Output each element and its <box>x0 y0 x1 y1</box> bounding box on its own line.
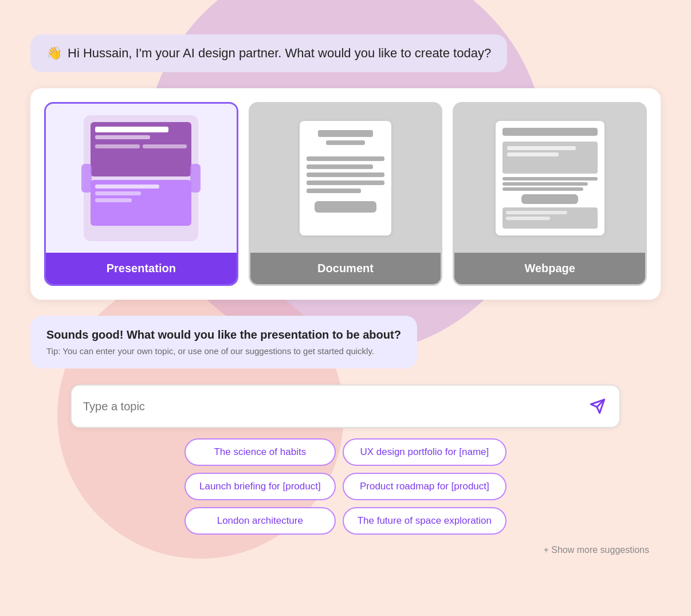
pres-bottom-line-3 <box>95 198 132 202</box>
web-preview-container <box>496 121 604 236</box>
send-icon <box>590 398 606 414</box>
show-more-button[interactable]: + Show more suggestions <box>543 545 649 555</box>
pres-block-1 <box>95 144 140 148</box>
pres-sub-bar <box>95 135 150 139</box>
web-line-3 <box>502 187 583 191</box>
doc-line-3 <box>307 172 384 177</box>
follow-up-main: Sounds good! What would you like the pre… <box>46 328 401 342</box>
webpage-label: Webpage <box>454 253 645 284</box>
greeting-bubble: 👋 Hi Hussain, I'm your AI design partner… <box>30 34 507 72</box>
web-hero <box>502 142 598 174</box>
topic-input[interactable] <box>83 400 587 413</box>
greeting-emoji: 👋 <box>46 46 62 61</box>
web-bottom-line-1 <box>506 211 568 214</box>
doc-preview-container <box>300 121 391 236</box>
type-card-selector: Presentation Document <box>30 88 661 300</box>
main-content: 👋 Hi Hussain, I'm your AI design partner… <box>30 34 661 555</box>
web-cta-btn <box>521 194 579 203</box>
pres-handle-left <box>81 164 92 193</box>
follow-up-bubble: Sounds good! What would you like the pre… <box>30 316 417 368</box>
pres-slide-bottom <box>91 180 191 226</box>
suggestion-launch-briefing[interactable]: Launch briefing for [product] <box>184 473 336 500</box>
doc-line-5 <box>307 189 361 193</box>
greeting-text: Hi Hussain, I'm your AI design partner. … <box>68 46 491 61</box>
document-label: Document <box>250 253 441 284</box>
presentation-label: Presentation <box>46 253 237 284</box>
suggestion-product-roadmap[interactable]: Product roadmap for [product] <box>343 473 507 500</box>
doc-subtitle-line <box>326 140 365 145</box>
send-button[interactable] <box>587 396 608 417</box>
web-hero-line-2 <box>507 152 559 156</box>
pres-content-row <box>95 144 187 148</box>
webpage-preview <box>454 104 645 253</box>
pres-title-bar <box>95 127 168 132</box>
follow-up-tip: Tip: You can enter your own topic, or us… <box>46 346 401 356</box>
pres-preview-container <box>84 115 198 241</box>
type-card-webpage[interactable]: Webpage <box>453 102 647 286</box>
input-section: The science of habits UX design portfoli… <box>30 384 661 555</box>
suggestion-london-architecture[interactable]: London architecture <box>184 507 336 535</box>
doc-cta <box>315 201 377 213</box>
doc-line-2 <box>307 164 373 169</box>
web-topbar <box>502 128 598 136</box>
document-preview <box>250 104 441 253</box>
type-card-presentation[interactable]: Presentation <box>44 102 238 286</box>
pres-slide-top <box>91 122 191 176</box>
web-bottom-line-2 <box>506 217 550 220</box>
web-line-2 <box>502 182 588 186</box>
web-text-block-1 <box>502 177 598 191</box>
web-line-1 <box>502 177 598 181</box>
suggestion-ux-portfolio[interactable]: UX design portfolio for [name] <box>343 438 507 466</box>
pres-block-2 <box>143 144 187 148</box>
pres-bottom-line-2 <box>95 191 141 195</box>
suggestions-grid: The science of habits UX design portfoli… <box>184 438 507 535</box>
suggestion-science-habits[interactable]: The science of habits <box>184 438 336 466</box>
doc-line-4 <box>307 181 384 185</box>
doc-line-1 <box>307 156 384 161</box>
web-bottom-section <box>502 207 598 229</box>
pres-handle-right <box>190 164 201 193</box>
type-card-document[interactable]: Document <box>249 102 443 286</box>
presentation-preview <box>46 104 237 253</box>
pres-bottom-line-1 <box>95 185 159 189</box>
suggestion-space-exploration[interactable]: The future of space exploration <box>343 507 507 535</box>
web-hero-line-1 <box>507 146 576 150</box>
topic-input-container <box>70 384 621 428</box>
doc-title-line <box>318 130 372 137</box>
